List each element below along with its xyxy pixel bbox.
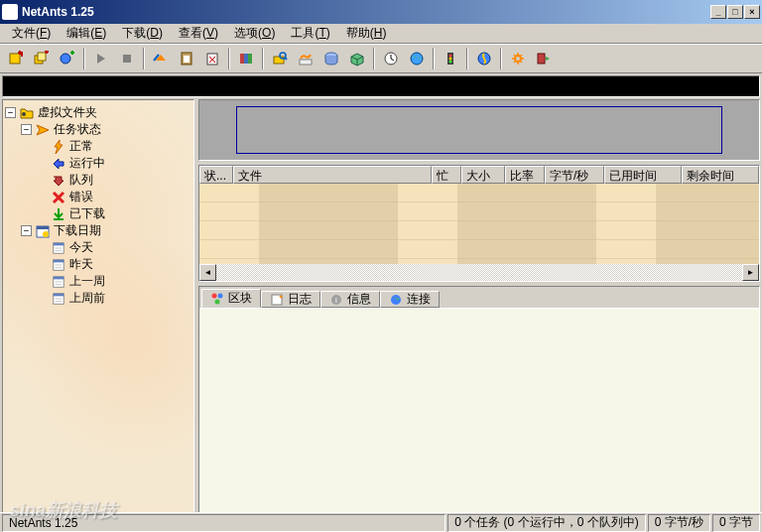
status-bar: NetAnts 1.25 0 个任务 (0 个运行中，0 个队列中) 0 字节/… xyxy=(0,512,762,532)
collapse-icon[interactable]: − xyxy=(5,107,16,118)
toolbar-separator xyxy=(466,48,468,69)
list-header: 状... 文件 忙 大小 比率 字节/秒 已用时间 剩余时间 xyxy=(199,166,759,184)
tree-lastweek[interactable]: 上一周 xyxy=(5,273,191,290)
horizontal-scrollbar[interactable]: ◄ ► xyxy=(199,264,759,281)
col-ratio[interactable]: 比率 xyxy=(505,166,545,184)
add-url-icon[interactable] xyxy=(56,47,79,70)
menu-file[interactable]: 文件(F) xyxy=(4,23,59,44)
tree-status[interactable]: − 任务状态 xyxy=(5,121,191,138)
disk-icon[interactable] xyxy=(319,47,343,70)
col-size[interactable]: 大小 xyxy=(461,166,505,184)
menu-download[interactable]: 下载(D) xyxy=(114,23,171,44)
tab-label: 信息 xyxy=(347,291,371,308)
banner-box xyxy=(236,106,722,154)
add-batch-icon[interactable] xyxy=(30,47,54,70)
menu-tools[interactable]: 工具(T) xyxy=(283,23,337,44)
play-icon[interactable] xyxy=(89,47,113,70)
explore-icon[interactable] xyxy=(268,47,292,70)
svg-rect-24 xyxy=(538,54,545,64)
traffic-icon[interactable] xyxy=(439,47,462,70)
paste-icon[interactable] xyxy=(175,47,198,70)
tree-label: 队列 xyxy=(69,172,93,189)
scroll-track[interactable] xyxy=(216,264,742,281)
clock-icon[interactable] xyxy=(379,47,403,70)
tree-label: 正常 xyxy=(69,138,93,155)
collapse-icon[interactable]: − xyxy=(21,124,32,135)
tab-content xyxy=(199,309,759,513)
settings-icon[interactable] xyxy=(506,47,530,70)
toolbar-separator xyxy=(373,48,375,69)
tree-root[interactable]: − 虚拟文件夹 xyxy=(5,104,191,121)
stop-icon[interactable] xyxy=(115,47,139,70)
tree-today[interactable]: 今天 xyxy=(5,239,191,256)
delete-icon[interactable] xyxy=(200,47,224,70)
tab-log[interactable]: 日志 xyxy=(261,291,320,308)
open-url-icon[interactable] xyxy=(294,47,318,70)
scroll-left-icon[interactable]: ◄ xyxy=(199,264,216,281)
svg-point-20 xyxy=(449,58,452,61)
tab-blocks[interactable]: 区块 xyxy=(201,289,261,308)
lightning-icon xyxy=(51,139,66,155)
tree-queue[interactable]: 队列 xyxy=(5,172,191,189)
col-remaining[interactable]: 剩余时间 xyxy=(682,166,759,184)
svg-rect-14 xyxy=(300,60,312,65)
menu-options[interactable]: 选项(O) xyxy=(226,23,283,44)
status-bytes: 0 字节 xyxy=(712,514,760,532)
main-area: − 虚拟文件夹 − 任务状态 正常 运行中 队列 错误 已下载 − 下载日期 今… xyxy=(2,99,760,514)
downloaded-icon xyxy=(51,206,66,222)
add-single-icon[interactable] xyxy=(4,47,28,70)
maximize-button[interactable]: □ xyxy=(727,5,743,19)
tree-error[interactable]: 错误 xyxy=(5,189,191,205)
tab-connection[interactable]: 连接 xyxy=(380,291,440,308)
tab-info[interactable]: i信息 xyxy=(320,291,380,308)
books-icon[interactable] xyxy=(234,47,258,70)
svg-point-21 xyxy=(449,61,452,64)
col-elapsed[interactable]: 已用时间 xyxy=(604,166,682,184)
detail-tabs: 区块 日志 i信息 连接 xyxy=(198,286,760,514)
col-status[interactable]: 状... xyxy=(199,166,233,184)
menu-edit[interactable]: 编辑(E) xyxy=(59,23,114,44)
tree-label: 今天 xyxy=(69,239,93,256)
log-icon xyxy=(270,293,284,307)
calendar-group-icon xyxy=(35,223,51,239)
svg-point-47 xyxy=(218,293,223,298)
svg-rect-43 xyxy=(54,293,64,296)
sidebar-tree[interactable]: − 虚拟文件夹 − 任务状态 正常 运行中 队列 错误 已下载 − 下载日期 今… xyxy=(2,99,194,514)
svg-rect-6 xyxy=(184,56,190,63)
queue-icon xyxy=(51,173,66,189)
status-main: NetAnts 1.25 xyxy=(2,514,445,532)
toolbar-separator xyxy=(143,48,145,69)
move-up-icon[interactable] xyxy=(149,47,173,70)
box-icon[interactable] xyxy=(345,47,369,70)
browser-icon[interactable] xyxy=(472,47,496,70)
tree-label: 下载日期 xyxy=(54,222,101,239)
tree-older[interactable]: 上周前 xyxy=(5,290,191,307)
tree-downloaded[interactable]: 已下载 xyxy=(5,205,191,222)
minimize-button[interactable]: _ xyxy=(710,5,726,19)
status-tasks: 0 个任务 (0 个运行中，0 个队列中) xyxy=(447,514,645,532)
error-icon xyxy=(51,190,66,205)
tree-normal[interactable]: 正常 xyxy=(5,138,191,155)
svg-rect-35 xyxy=(54,259,64,262)
exit-icon[interactable] xyxy=(532,47,556,70)
svg-point-29 xyxy=(43,231,49,237)
svg-rect-2 xyxy=(38,53,46,61)
svg-rect-9 xyxy=(244,54,248,64)
list-body[interactable] xyxy=(199,184,759,264)
tree-yesterday[interactable]: 昨天 xyxy=(5,256,191,273)
col-speed[interactable]: 字节/秒 xyxy=(545,166,604,184)
menu-view[interactable]: 查看(V) xyxy=(171,23,226,44)
svg-point-46 xyxy=(212,293,217,298)
close-button[interactable]: × xyxy=(744,5,760,19)
tree-running[interactable]: 运行中 xyxy=(5,155,191,172)
tree-label: 错误 xyxy=(69,189,93,205)
col-busy[interactable]: 忙 xyxy=(432,166,461,184)
scroll-right-icon[interactable]: ► xyxy=(742,264,759,281)
window-title: NetAnts 1.25 xyxy=(22,5,710,19)
globe-icon[interactable] xyxy=(405,47,429,70)
tabs-bar: 区块 日志 i信息 连接 xyxy=(199,287,759,309)
tree-dates[interactable]: − 下载日期 xyxy=(5,222,191,239)
col-file[interactable]: 文件 xyxy=(233,166,432,184)
collapse-icon[interactable]: − xyxy=(21,225,32,236)
menu-help[interactable]: 帮助(H) xyxy=(338,23,395,44)
